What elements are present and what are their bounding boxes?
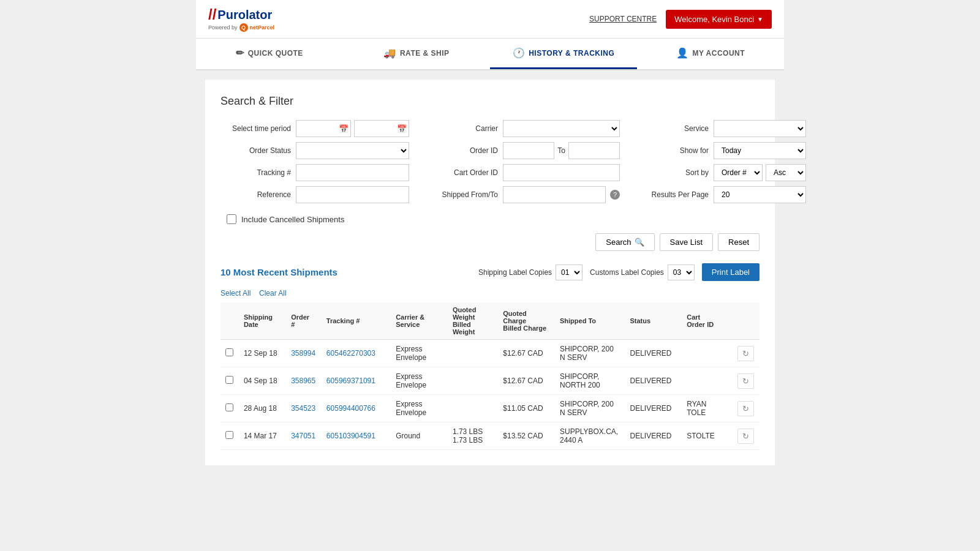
- nav-quick-quote[interactable]: ✏ QUICK QUOTE: [196, 39, 343, 69]
- header: // Purolator Powered by Q netParcel SUPP…: [196, 0, 784, 39]
- filter-col-2: Carrier Order ID To Cart Order ID: [428, 120, 620, 208]
- row-status: DELIVERED: [625, 367, 682, 395]
- row-carrier: Ground: [391, 422, 448, 450]
- search-button[interactable]: Search 🔍: [595, 233, 654, 251]
- tracking-link[interactable]: 605969371091: [326, 377, 375, 385]
- refresh-button[interactable]: ↻: [737, 346, 754, 361]
- row-weight: 1.73 LBS 1.73 LBS: [448, 422, 498, 450]
- row-checkbox-cell: [221, 367, 239, 395]
- table-row: 12 Sep 18 358994 605462270303 Express En…: [221, 340, 760, 367]
- col-order-num: Order#: [286, 302, 322, 340]
- order-link[interactable]: 358965: [291, 377, 315, 385]
- tracking-label: Tracking #: [221, 168, 291, 177]
- row-action: ↻: [733, 395, 760, 422]
- tracking-link[interactable]: 605103904591: [326, 432, 375, 440]
- tracking-link[interactable]: 605462270303: [326, 349, 375, 358]
- include-cancelled-checkbox[interactable]: [227, 214, 236, 224]
- netparcel-icon: Q: [239, 23, 248, 32]
- row-action: ↻: [733, 367, 760, 395]
- sort-by-field-select[interactable]: Order #: [714, 164, 763, 181]
- date-to-input[interactable]: [354, 120, 409, 137]
- customs-label-copies-select[interactable]: 01 02 03: [668, 264, 695, 280]
- refresh-button[interactable]: ↻: [737, 429, 754, 444]
- table-header: ShippingDate Order# Tracking # Carrier &…: [221, 302, 760, 340]
- order-link[interactable]: 354523: [291, 404, 315, 413]
- time-period-field: Select time period 📅 📅: [221, 120, 409, 137]
- order-link[interactable]: 347051: [291, 432, 315, 440]
- row-charge: $12.67 CAD: [498, 367, 555, 395]
- service-select[interactable]: [714, 120, 806, 137]
- nav-history-tracking[interactable]: 🕐 HISTORY & TRACKING: [490, 39, 637, 69]
- cart-order-id-field: Cart Order ID: [428, 164, 620, 181]
- support-centre-link[interactable]: SUPPORT CENTRE: [589, 15, 657, 23]
- results-per-page-select[interactable]: 20 50 100: [714, 186, 806, 203]
- row-checkbox[interactable]: [225, 403, 233, 411]
- date-to-wrap: 📅: [354, 120, 409, 137]
- order-status-select[interactable]: [296, 142, 409, 159]
- date-from-input[interactable]: [296, 120, 351, 137]
- reference-label: Reference: [221, 190, 291, 199]
- nav-rate-ship[interactable]: 🚚 RATE & SHIP: [343, 39, 490, 69]
- help-icon[interactable]: ?: [610, 190, 620, 200]
- welcome-text: Welcome, Kevin Bonci: [674, 15, 754, 24]
- time-period-label: Select time period: [221, 124, 291, 133]
- sort-direction-select[interactable]: Asc Desc: [766, 164, 806, 181]
- header-right: SUPPORT CENTRE Welcome, Kevin Bonci ▼: [589, 10, 772, 29]
- service-field: Service: [638, 120, 806, 137]
- row-checkbox[interactable]: [225, 376, 233, 384]
- order-status-label: Order Status: [221, 146, 291, 155]
- order-id-input[interactable]: [503, 142, 554, 159]
- row-action: ↻: [733, 422, 760, 450]
- cart-order-id-label: Cart Order ID: [428, 168, 498, 177]
- table-body: 12 Sep 18 358994 605462270303 Express En…: [221, 340, 760, 450]
- order-status-field: Order Status: [221, 142, 409, 159]
- include-cancelled-row: Include Cancelled Shipments: [227, 214, 760, 224]
- show-for-select[interactable]: Today: [714, 142, 806, 159]
- order-link[interactable]: 358994: [291, 349, 315, 358]
- row-order: 347051: [286, 422, 322, 450]
- nav-bar: ✏ QUICK QUOTE 🚚 RATE & SHIP 🕐 HISTORY & …: [196, 39, 784, 70]
- row-status: DELIVERED: [625, 395, 682, 422]
- row-action: ↻: [733, 340, 760, 367]
- row-weight: [448, 367, 498, 395]
- nav-quick-quote-label: QUICK QUOTE: [248, 49, 303, 58]
- refresh-button[interactable]: ↻: [737, 401, 754, 416]
- select-all-link[interactable]: Select All: [221, 289, 251, 298]
- tracking-field: Tracking #: [221, 164, 409, 181]
- row-status: DELIVERED: [625, 340, 682, 367]
- save-list-button[interactable]: Save List: [660, 233, 713, 251]
- date-row: 📅 📅: [296, 120, 409, 137]
- welcome-button[interactable]: Welcome, Kevin Bonci ▼: [666, 10, 772, 29]
- page-title: Search & Filter: [221, 95, 760, 108]
- nav-rate-ship-label: RATE & SHIP: [400, 49, 450, 58]
- row-tracking: 605994400766: [322, 395, 391, 422]
- refresh-button[interactable]: ↻: [737, 373, 754, 389]
- reference-input[interactable]: [296, 186, 409, 203]
- show-for-label: Show for: [638, 146, 709, 155]
- print-label-button[interactable]: Print Label: [702, 263, 760, 281]
- table-row: 14 Mar 17 347051 605103904591 Ground 1.7…: [221, 422, 760, 450]
- row-weight: [448, 340, 498, 367]
- search-icon: 🔍: [635, 238, 644, 247]
- col-cart-order-id: CartOrder ID: [682, 302, 732, 340]
- filter-form: Select time period 📅 📅 Order Status: [221, 120, 760, 208]
- nav-history-tracking-label: HISTORY & TRACKING: [529, 49, 614, 58]
- clear-all-link[interactable]: Clear All: [259, 289, 287, 298]
- tracking-input[interactable]: [296, 164, 409, 181]
- row-order: 354523: [286, 395, 322, 422]
- carrier-select[interactable]: [503, 120, 620, 137]
- row-checkbox[interactable]: [225, 431, 233, 439]
- cart-order-id-input[interactable]: [503, 164, 620, 181]
- netparcel-text: netParcel: [250, 24, 275, 31]
- row-checkbox[interactable]: [225, 348, 233, 356]
- row-tracking: 605969371091: [322, 367, 391, 395]
- tracking-link[interactable]: 605994400766: [326, 404, 375, 413]
- nav-my-account[interactable]: 👤 MY ACCOUNT: [637, 39, 784, 69]
- shipped-from-to-input[interactable]: [503, 186, 606, 203]
- order-id-to-input[interactable]: [568, 142, 620, 159]
- reset-button[interactable]: Reset: [718, 233, 760, 251]
- shipping-label-copies-select[interactable]: 01 02 03: [556, 264, 582, 280]
- shipping-label-copies-label: Shipping Label Copies: [478, 268, 552, 277]
- order-id-label: Order ID: [428, 146, 498, 155]
- row-cart-order-id: [682, 367, 732, 395]
